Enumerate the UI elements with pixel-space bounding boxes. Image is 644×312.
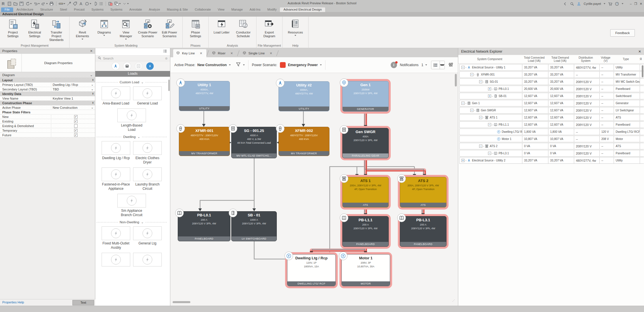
notifications-info-icon[interactable]: i [391, 62, 397, 68]
ribbon-button-diagrams[interactable]: Diagrams [94, 18, 114, 40]
explorer-row-sg-01[interactable]: −–SG-0133,207 VA33,207 VA208Y/120 V--MV … [459, 78, 644, 85]
node-ats2[interactable]: ATS 2200A, 208Y/120 V 3Ph, 4W4P, Open Tr… [400, 177, 447, 208]
expand-toggle[interactable]: − [488, 152, 491, 155]
expand-toggle[interactable]: + [461, 159, 465, 162]
explorer-row-ats-1[interactable]: −–ATSATS 112,607 VA12,607 VA208Y/120 V--… [459, 114, 644, 121]
property-group-selector[interactable]: Diagram⌄ [0, 72, 95, 78]
ruler-icon[interactable] [59, 1, 65, 6]
cart-icon[interactable] [608, 2, 612, 6]
load-item-fastened-in-place-appliance[interactable]: Fastened-in-Place Appliance [102, 167, 130, 191]
tab-close-icon[interactable]: ✕ [200, 52, 202, 55]
ribbon-tab-manage[interactable]: Manage [228, 7, 246, 12]
load-item-dwelling-ltg-rcp[interactable]: Dwelling Ltg / Rcp [102, 141, 130, 165]
ribbon-button-view-manager[interactable]: View Manager [116, 18, 136, 40]
load-item-general-load[interactable]: General Load [133, 86, 162, 106]
property-section-layout[interactable]: Layout⇕ [0, 78, 95, 82]
doc-icon[interactable] [7, 1, 12, 6]
explorer-column-0[interactable]: System Component [458, 58, 521, 61]
view-tab-riser[interactable]: Riser✕ [209, 49, 237, 57]
expand-toggle[interactable]: − [479, 80, 482, 83]
loads-scrollbar[interactable] [168, 80, 170, 91]
view-tab-single-line[interactable]: Single Line✕ [240, 49, 276, 57]
ribbon-tab-advanced-electrical-design[interactable]: Advanced Electrical Design [280, 7, 325, 12]
close-button[interactable]: ✕ [640, 2, 642, 6]
expand-toggle[interactable]: − [470, 109, 473, 112]
expand-toggle[interactable]: − [470, 73, 473, 76]
restore-button[interactable]: ❐ [634, 2, 637, 6]
text-button[interactable]: Text [72, 300, 94, 305]
resize-grip[interactable]: ⋰ [452, 299, 457, 304]
ribbon-button-export-diagram[interactable]: ExportDiagram [259, 18, 279, 38]
explorer-close-icon[interactable]: ✕ [638, 50, 641, 54]
explorer-column-1[interactable]: Total ConnectedLoad (VA) [521, 56, 547, 62]
ribbon-button-project-settings[interactable]: ProjectSettings [3, 18, 23, 42]
property-section-construction-phase[interactable]: Construction Phase⇕ [0, 101, 95, 105]
ribbon-button-load-letter[interactable]: Load Letter [212, 18, 232, 38]
ribbon-button-edit-power-scenarios[interactable]: Edit PowerScenarios [159, 18, 179, 40]
node-motor1[interactable]: Motor 1208V, 3P10,807VA, 30AMOTOR [341, 254, 390, 286]
paste-icon[interactable] [108, 1, 113, 6]
ribbon-tab-structure[interactable]: Structure [37, 7, 56, 12]
properties-close-icon[interactable]: ✕ [90, 49, 93, 53]
node-pbl01[interactable]: PB-L0.1200 A208Y/120 V 3Ph, 4WPANELBOARD [178, 211, 230, 241]
ribbon-tab-massing-site[interactable]: Massing & Site [163, 7, 191, 12]
ribbon-tab-systems[interactable]: Systems [107, 7, 126, 12]
tower-toggle[interactable] [112, 62, 119, 70]
orbit-icon[interactable] [85, 1, 91, 6]
node-utility2[interactable]: Utility #24000A,480Y/277V, 4WUTILITY [278, 81, 329, 111]
tab-close-icon[interactable]: ✕ [270, 52, 272, 55]
search-bar[interactable]: Search ⊗ [95, 56, 170, 61]
load-item-partial[interactable] [102, 253, 130, 266]
bolt-white-toggle[interactable] [146, 62, 154, 70]
node-ats1[interactable]: ATS 1200A, 208Y/120 V 3Ph, 4W4P, Open Tr… [342, 177, 389, 208]
ribbon-tab-add-ins[interactable]: Add-Ins [246, 7, 264, 12]
ribbon-button-phase-settings[interactable]: Phase Settings [185, 18, 206, 38]
expand-toggle[interactable]: − [461, 66, 465, 69]
explorer-row-electrical-source-utility-2[interactable]: +–Electrical Source - Utility 233,207 VA… [459, 157, 644, 164]
print-icon[interactable] [49, 1, 54, 6]
dropdown-caret-icon[interactable] [82, 39, 83, 40]
checkbox-existing[interactable]: ✓ [74, 120, 78, 123]
line-angle-icon[interactable] [67, 1, 71, 6]
explorer-row-motor-1[interactable]: Motor 110,807 VA10,807 VA--208 VMotor [459, 136, 644, 142]
ribbon-button-resources[interactable]: Resources [285, 18, 305, 36]
ribbon-tab-annotate[interactable]: Annotate [126, 7, 145, 12]
explorer-row-pb-l1-1[interactable]: −–PB-L1.112,607 VA12,607 VA208Y/120 V--P… [459, 121, 644, 128]
loads-section-non-dwelling[interactable]: Non-Dwelling⌄ [96, 220, 167, 224]
ribbon-button-electrical-settings[interactable]: ElectricalSettings [25, 18, 45, 42]
node-xfmr001[interactable]: XFMR-001480Y/277V : 208Y/120V400 KVAMV T… [179, 127, 230, 156]
explorer-row-pb-l3-1[interactable]: −–PB-L3.10 VA0 VA208Y/120 V--Panelboard [459, 150, 644, 157]
checkbox-new[interactable]: ✓ [74, 115, 78, 119]
explorer-scrollbar[interactable] [642, 65, 643, 77]
diagram-layout-button[interactable] [431, 61, 445, 69]
view-tab-key-line[interactable]: Key Line✕ [173, 49, 206, 57]
user-caret-icon[interactable] [604, 3, 605, 4]
dropdown-caret-icon[interactable] [125, 39, 127, 40]
ribbon-button-transfer-project-standards[interactable]: Transfer ProjectStandards [46, 18, 66, 42]
help-caret-icon[interactable] [622, 3, 623, 4]
tab-close-icon[interactable]: ✕ [230, 52, 233, 55]
checkbox-existing-demolished[interactable] [74, 124, 78, 128]
filter-caret-icon[interactable] [243, 64, 245, 66]
explorer-row-dwelling-ltg-rcp[interactable]: Dwelling LTG/ RCP1,800 VA1,800 VA--120 V… [459, 129, 644, 135]
load-item-laundry-branch-circuit[interactable]: Laundry Branch Circuit [133, 167, 162, 191]
redo-icon[interactable] [41, 1, 48, 6]
node-dwelling[interactable]: Dwelling Ltg / Rcp120V, 1P1800VA, 15ADWE… [287, 254, 336, 286]
canvas-vertical-scrollbar[interactable] [455, 74, 457, 86]
property-section-identity-data[interactable]: Identity Data⇕ [0, 92, 95, 96]
user-icon[interactable] [577, 2, 581, 6]
loads-section-custom-load[interactable]: Custom Load⌄ [96, 80, 167, 84]
ribbon-tab-precast[interactable]: Precast [70, 7, 88, 12]
ribbon-tab-collaborate[interactable]: Collaborate [191, 7, 214, 12]
ribbon-tab-view[interactable]: View [214, 7, 228, 12]
collapse-icon[interactable] [122, 1, 129, 6]
checkbox-future[interactable]: ✓ [74, 133, 78, 137]
node-utility1[interactable]: Utility 14000A,480Y/277V, 4WUTILITY [179, 81, 230, 111]
active-phase-caret-icon[interactable] [229, 64, 231, 66]
value-field-active-phase[interactable]: New Construction⌄ [51, 106, 95, 109]
filter-funnel-icon[interactable] [236, 62, 241, 68]
explorer-row-pb-l0-1[interactable]: +–PB-L0.120,600 VA20,600 VA208Y/120 V--P… [459, 86, 644, 92]
explorer-row-xfmr-001[interactable]: −–MVXFMR-00133,207 VA33,207 VA----MV Tra… [459, 71, 644, 78]
layout-caret-icon[interactable] [440, 64, 445, 66]
ribbon-tab-architecture[interactable]: Architecture [13, 7, 37, 12]
